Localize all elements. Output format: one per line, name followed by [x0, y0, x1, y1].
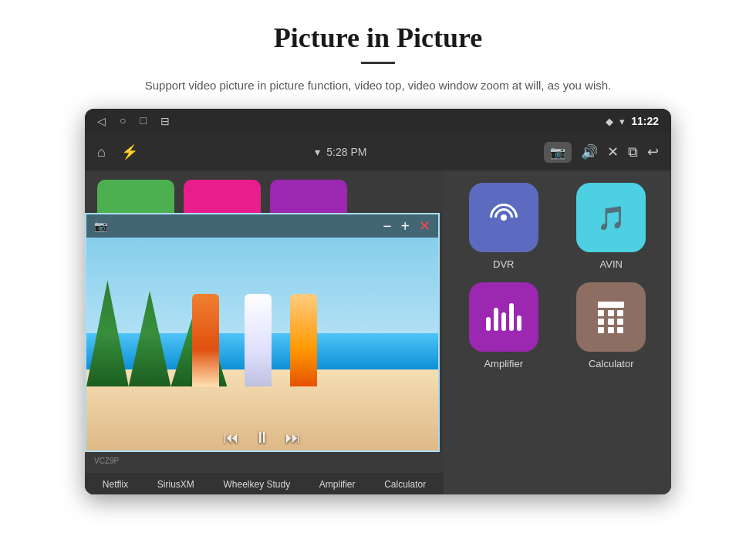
person-3 [290, 294, 317, 386]
amp-bar-4 [509, 303, 514, 331]
pip-window[interactable]: 📷 − + ✕ [85, 213, 440, 452]
location-icon: ◆ [606, 116, 613, 127]
page-title: Picture in Picture [145, 22, 611, 54]
pip-bottom-controls: ⏮ ⏸ ⏭ [86, 429, 438, 447]
menu-icon[interactable]: ⊟ [160, 115, 170, 128]
amp-bar-1 [486, 317, 491, 331]
app-bar-center: ▾ 5:28 PM [315, 146, 366, 158]
avin-label: AVIN [600, 258, 623, 270]
avin-icon-box: 🎵 [576, 183, 646, 252]
calculator-icon [598, 302, 624, 333]
pause-button[interactable]: ⏸ [255, 429, 270, 447]
calculator-label: Calculator [589, 358, 634, 369]
calc-btn-2 [608, 310, 614, 316]
pip-icon[interactable]: ⧉ [628, 144, 638, 160]
next-button[interactable]: ⏭ [285, 429, 301, 447]
device-frame: ◁ ○ □ ⊟ ◆ ▾ 11:22 ⌂ ⚡ ▾ [85, 109, 671, 494]
recents-icon[interactable]: □ [140, 115, 146, 127]
amp-bar-5 [517, 315, 521, 331]
status-bar-right: ◆ ▾ 11:22 [606, 115, 659, 127]
video-scene: ⏮ ⏸ ⏭ [86, 238, 438, 450]
back-app-icon[interactable]: ↩ [647, 143, 659, 160]
calc-display [598, 302, 624, 308]
dvr-icon [488, 202, 519, 233]
pip-plus-button[interactable]: + [401, 218, 410, 235]
status-time: 11:22 [631, 115, 659, 127]
dvr-center-dot [501, 214, 507, 221]
back-icon[interactable]: ◁ [97, 115, 106, 128]
app-label-amplifier-bottom: Amplifier [319, 479, 356, 490]
prev-button[interactable]: ⏮ [224, 429, 239, 447]
app-icon-avin[interactable]: 🎵 AVIN [564, 183, 660, 270]
right-grid: DVR 🎵 AVIN [444, 170, 671, 494]
wifi-status-icon: ▾ [315, 146, 320, 158]
dvr-label: DVR [493, 258, 514, 270]
main-content: 📷 − + ✕ [85, 170, 671, 494]
calc-btn-6 [617, 319, 623, 325]
home-icon[interactable]: ○ [120, 115, 126, 127]
status-bar: ◁ ○ □ ⊟ ◆ ▾ 11:22 [85, 109, 671, 133]
clock-time: 5:28 PM [326, 146, 366, 158]
calc-btn-9 [617, 327, 623, 333]
app-label-netflix: Netflix [103, 479, 128, 490]
amplifier-icon [486, 303, 521, 331]
amplifier-label: Amplifier [484, 358, 523, 369]
calc-btn-1 [598, 310, 604, 316]
usb-icon[interactable]: ⚡ [121, 143, 138, 160]
device-container: ◁ ○ □ ⊟ ◆ ▾ 11:22 ⌂ ⚡ ▾ [85, 109, 671, 494]
watermark: VCZ9P [94, 457, 119, 465]
app-bar-right: 📷 🔊 ✕ ⧉ ↩ [544, 142, 659, 163]
close-icon[interactable]: ✕ [607, 143, 619, 160]
volume-icon[interactable]: 🔊 [581, 143, 598, 160]
pip-cam-icon: 📷 [94, 220, 107, 233]
app-bar-left: ⌂ ⚡ [97, 143, 138, 160]
calc-btn-3 [617, 310, 623, 316]
pip-controls-header: − + ✕ [383, 218, 430, 235]
page-wrapper: Picture in Picture Support video picture… [0, 0, 756, 494]
calc-btn-5 [608, 319, 614, 325]
app-icon-dvr[interactable]: DVR [456, 183, 552, 270]
avin-icon: 🎵 [597, 204, 626, 231]
app-icon-amplifier[interactable]: Amplifier [456, 282, 552, 369]
title-divider [361, 62, 395, 64]
calculator-icon-box [576, 282, 646, 352]
dvr-icon-box [469, 183, 538, 252]
status-bar-left: ◁ ○ □ ⊟ [97, 115, 170, 128]
amplifier-icon-box [469, 282, 538, 352]
app-icon-calculator[interactable]: Calculator [564, 282, 660, 369]
amp-bar-3 [501, 312, 506, 331]
calc-btn-4 [598, 319, 604, 325]
amp-bar-2 [494, 308, 498, 331]
app-label-calculator-bottom: Calculator [384, 479, 426, 490]
app-label-siriusxm: SiriusXM [157, 479, 194, 490]
person-1 [192, 294, 219, 386]
pip-minus-button[interactable]: − [383, 218, 391, 235]
calc-btn-7 [598, 327, 604, 333]
pip-header: 📷 − + ✕ [86, 214, 438, 238]
wifi-icon: ▾ [619, 116, 625, 127]
pip-close-button[interactable]: ✕ [419, 218, 430, 234]
app-bar: ⌂ ⚡ ▾ 5:28 PM 📷 🔊 ✕ ⧉ ↩ [85, 133, 671, 170]
app-labels-row: Netflix SiriusXM Wheelkey Study Amplifie… [85, 473, 444, 494]
page-subtitle: Support video picture in picture functio… [145, 76, 611, 95]
person-2 [245, 294, 272, 386]
home-app-icon[interactable]: ⌂ [97, 144, 106, 160]
app-label-wheelkey: Wheelkey Study [223, 479, 290, 490]
camera-button[interactable]: 📷 [544, 142, 572, 163]
video-area: 📷 − + ✕ [85, 170, 444, 494]
header-section: Picture in Picture Support video picture… [83, 0, 673, 109]
calc-btn-8 [608, 327, 614, 333]
